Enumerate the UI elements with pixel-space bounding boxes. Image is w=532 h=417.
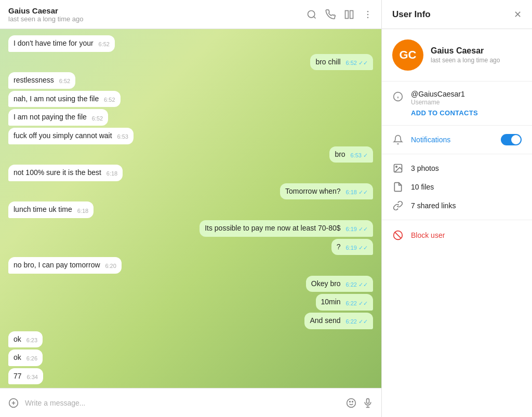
message-text: bro chill [315, 58, 340, 66]
shared-links-row[interactable]: 7 shared links [392, 200, 522, 211]
block-section: Block user [382, 220, 532, 250]
message-bubble: nah, I am not using the file 6:52 [8, 91, 121, 107]
message-text: fuck off you simply cannot wait [14, 131, 112, 140]
attachment-icon[interactable] [8, 398, 19, 408]
search-icon[interactable] [307, 9, 317, 20]
profile-info: Gaius Caesar last seen a long time ago [431, 46, 500, 64]
message-text: And send [310, 316, 340, 325]
close-button[interactable]: ✕ [514, 9, 522, 20]
user-profile-section: GC Gaius Caesar last seen a long time ag… [382, 29, 532, 82]
message-bubble: Its possible to pay me now at least 70-8… [200, 220, 373, 237]
svg-point-0 [308, 10, 315, 17]
message-text: 77 [14, 372, 22, 380]
svg-point-3 [367, 10, 369, 12]
message-bubble: ok 6:26 [8, 349, 43, 366]
message-time: 6:52 [104, 97, 115, 103]
photos-label: 3 photos [411, 164, 439, 172]
message-time: 6:22 ✓✓ [346, 300, 368, 306]
message-row: ok 6:26 [8, 349, 373, 366]
message-bubble: not 100% sure it is the best 6:18 [8, 165, 123, 181]
more-options-icon[interactable] [363, 9, 373, 20]
notifications-toggle[interactable] [501, 134, 522, 145]
message-row: no bro, I can pay tomorrow 6:20 [8, 257, 373, 274]
files-row[interactable]: 10 files [392, 181, 522, 193]
block-icon [392, 230, 404, 241]
message-bubble: fuck off you simply cannot wait 6:53 [8, 128, 134, 144]
message-text: Okey bro [311, 279, 341, 288]
block-user-row[interactable]: Block user [392, 230, 522, 241]
chat-messages: I don't have time for your 6:52 bro chil… [0, 29, 381, 388]
svg-rect-2 [350, 10, 353, 18]
message-bubble: bro chill 6:52 ✓✓ [310, 54, 373, 71]
message-row: bro chill 6:52 ✓✓ [8, 54, 373, 71]
mic-icon[interactable] [363, 398, 373, 408]
message-time: 6:18 ✓✓ [346, 189, 368, 195]
message-text: Tomorrow when? [285, 187, 341, 195]
message-time: 6:22 ✓✓ [346, 318, 368, 325]
message-row: not 100% sure it is the best 6:18 [8, 165, 373, 181]
files-icon [392, 181, 404, 193]
svg-point-15 [396, 166, 397, 168]
profile-status: last seen a long time ago [431, 57, 500, 64]
svg-point-8 [350, 401, 351, 402]
message-time: 6:26 [26, 355, 37, 361]
username-label: Username [411, 99, 522, 106]
username-value: @GaiusCaesar1 [411, 90, 522, 98]
message-text: I don't have time for your [14, 39, 94, 47]
message-row: fuck off you simply cannot wait 6:53 [8, 128, 373, 144]
message-text: I am not paying the file [14, 113, 87, 121]
svg-line-17 [395, 232, 401, 238]
photos-row[interactable]: 3 photos [392, 163, 522, 174]
message-row: nah, I am not using the file 6:52 [8, 91, 373, 107]
message-bubble: ok 6:23 [8, 331, 43, 348]
chat-input-bar [0, 388, 381, 417]
emoji-icon[interactable] [346, 398, 356, 408]
user-info-header: User Info ✕ [382, 0, 532, 29]
svg-point-4 [367, 14, 369, 15]
message-row: I don't have time for your 6:52 [8, 35, 373, 52]
message-bubble: And send 6:22 ✓✓ [304, 313, 373, 329]
message-time: 6:18 [77, 208, 88, 214]
message-text: ok [14, 353, 21, 361]
svg-point-9 [352, 401, 353, 402]
phone-icon[interactable] [325, 9, 336, 20]
message-time: 6:20 [105, 263, 116, 269]
info-icon [392, 91, 404, 102]
shared-links-icon [392, 200, 404, 211]
photos-icon [392, 163, 404, 174]
chat-panel: Gaius Caesar last seen a long time ago I… [0, 0, 381, 417]
message-row: And send 6:22 ✓✓ [8, 313, 373, 329]
message-bubble: restlessness 6:52 [8, 72, 75, 89]
message-bubble: no bro, I can pay tomorrow 6:20 [8, 257, 122, 274]
chat-header-actions [307, 9, 373, 20]
message-text: restlessness [14, 76, 54, 84]
message-text: lunch time uk time [14, 205, 72, 213]
username-row: @GaiusCaesar1 Username ADD TO CONTACTS [392, 90, 522, 117]
message-row: Its possible to pay me now at least 70-8… [8, 220, 373, 237]
message-text: not 100% sure it is the best [14, 168, 101, 177]
chat-contact-name: Gaius Caesar [8, 6, 307, 15]
message-row: Tomorrow when? 6:18 ✓✓ [8, 183, 373, 200]
message-time: 6:34 [26, 374, 37, 380]
add-to-contacts-button[interactable]: ADD TO CONTACTS [411, 109, 522, 117]
chat-contact-status: last seen a long time ago [8, 15, 307, 23]
chat-header: Gaius Caesar last seen a long time ago [0, 0, 381, 29]
message-time: 6:22 ✓✓ [346, 281, 368, 288]
chat-header-info: Gaius Caesar last seen a long time ago [8, 6, 307, 23]
username-section: @GaiusCaesar1 Username ADD TO CONTACTS [382, 82, 532, 126]
user-info-title: User Info [392, 9, 431, 20]
message-bubble: I don't have time for your 6:52 [8, 35, 115, 52]
svg-point-5 [367, 17, 369, 18]
message-text: ? [337, 243, 341, 251]
layout-icon[interactable] [344, 9, 354, 20]
bell-icon [392, 134, 404, 145]
message-text: no bro, I can pay tomorrow [14, 261, 100, 269]
message-row: ? 6:19 ✓✓ [8, 239, 373, 255]
message-row: restlessness 6:52 [8, 72, 373, 89]
message-time: 6:19 ✓✓ [346, 226, 368, 232]
message-bubble: 77 6:34 [8, 368, 43, 385]
message-bubble: I am not paying the file 6:52 [8, 109, 108, 126]
message-time: 6:52 [99, 41, 110, 47]
message-input[interactable] [25, 399, 340, 407]
user-info-panel: User Info ✕ GC Gaius Caesar last seen a … [381, 0, 532, 417]
